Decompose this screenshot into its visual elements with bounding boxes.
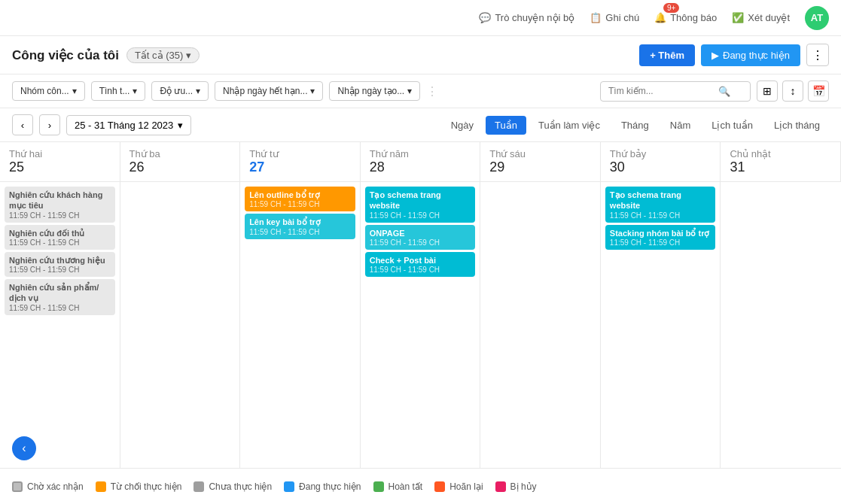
deadline-filter-label: Nhập ngày hết hạn... [223,86,307,96]
event-tao-schema-thu5[interactable]: Tạo schema trang website 11:59 CH - 11:5… [365,187,476,223]
day-num-tuesday: 26 [130,159,231,175]
day-name-wednesday: Thứ tư [249,148,351,159]
legend-dot-dang-thuc-hien [284,481,294,492]
day-num-monday: 25 [9,159,111,175]
event-nghien-cuu-thuong-hieu[interactable]: Nghiên cứu thương hiệu 11:59 CH - 11:59 … [5,252,115,277]
cell-wednesday: Lên outline bổ trợ 11:59 CH - 11:59 CH L… [240,182,361,504]
header-wednesday: Thứ tư 27 [240,142,361,181]
status-filter-label: Tình t... [99,86,130,96]
running-icon: ▶ [711,50,719,61]
prev-period-button[interactable]: ‹ [12,114,33,135]
event-len-outline-bo-tro[interactable]: Lên outline bổ trợ 11:59 CH - 11:59 CH [245,187,355,211]
tab-thang[interactable]: Tháng [612,116,658,135]
chat-label: Trò chuyện nội bộ [495,12,574,23]
day-name-friday: Thứ sáu [489,148,591,159]
cell-saturday: Tạo schema trang website 11:59 CH - 11:5… [601,182,721,504]
header-saturday: Thứ bảy 30 [601,142,721,181]
search-box: 🔍 [600,81,751,102]
notes-label: Ghi chú [605,12,639,23]
top-nav: 💬 Trò chuyện nội bộ 📋 Ghi chú 🔔 9+ Thông… [0,0,841,36]
calendar-nav: ‹ › 25 - 31 Tháng 12 2023 ▾ Ngày Tuần Tu… [0,108,841,142]
notes-nav-item[interactable]: 📋 Ghi chú [590,12,639,23]
event-nghien-cuu-khach-hang[interactable]: Nghiên cứu khách hàng mục tiêu 11:59 CH … [5,187,115,223]
day-name-saturday: Thứ bảy [610,148,711,159]
bell-icon: 🔔 [654,12,666,23]
created-filter-label: Nhập ngày tạo... [337,86,404,96]
search-icon: 🔍 [718,86,730,97]
created-filter[interactable]: Nhập ngày tạo... ▾ [329,81,420,101]
chevron-down-icon: ▾ [72,86,77,96]
tab-tuan-lam-viec[interactable]: Tuần làm việc [529,116,609,135]
legend-dot-hoan-tat [373,481,384,492]
legend-label-dang-thuc-hien: Đang thực hiện [299,481,361,492]
header-monday: Thứ hai 25 [0,142,120,181]
calendar-header-row: Thứ hai 25 Thứ ba 26 Thứ tư 27 Thứ năm 2… [0,142,841,182]
notifications-nav-item[interactable]: 🔔 9+ Thông báo [654,12,717,23]
page-title-area: Công việc của tôi Tất cả (35) ▾ [12,47,200,63]
calendar-grid: Thứ hai 25 Thứ ba 26 Thứ tư 27 Thứ năm 2… [0,142,841,504]
grid-view-button[interactable]: ⊞ [757,80,778,102]
notes-icon: 📋 [590,12,602,23]
chevron-down-icon: ▾ [178,120,183,131]
deadline-filter[interactable]: Nhập ngày hết hạn... ▾ [215,81,323,101]
tab-lich-thang[interactable]: Lịch tháng [765,116,829,135]
running-button[interactable]: ▶ Đang thực hiện [701,44,800,66]
add-button[interactable]: + Thêm [639,44,695,66]
chevron-down-icon: ▾ [310,86,315,96]
back-button[interactable]: ‹ [12,436,36,460]
footer-legend: Chờ xác nhận Từ chối thực hiện Chưa thực… [0,468,841,504]
chevron-down-icon: ▾ [196,86,200,96]
legend-chua-thuc-hien: Chưa thực hiện [193,481,272,492]
legend-dot-bi-huy [495,481,506,492]
user-avatar[interactable]: AT [805,6,829,30]
legend-dot-chua-thuc-hien [193,481,204,492]
tab-tuan[interactable]: Tuần [486,116,526,135]
day-name-sunday: Chủ nhật [730,148,831,159]
tab-ngay[interactable]: Ngày [442,116,483,135]
header-sunday: Chủ nhật 31 [721,142,841,181]
content-area: Công việc của tôi Tất cả (35) ▾ + Thêm ▶… [0,36,841,504]
calendar-body-row: Nghiên cứu khách hàng mục tiêu 11:59 CH … [0,182,841,504]
legend-label-tu-choi: Từ chối thực hiện [111,481,182,492]
cell-friday [480,182,601,504]
event-nghien-cuu-doi-thu[interactable]: Nghiên cứu đối thủ 11:59 CH - 11:59 CH [5,225,115,250]
main-header: Công việc của tôi Tất cả (35) ▾ + Thêm ▶… [0,36,841,74]
next-period-button[interactable]: › [39,114,60,135]
tab-lich-tuan[interactable]: Lịch tuần [702,116,762,135]
legend-hoan-lai: Hoãn lại [434,481,483,492]
date-range-button[interactable]: 25 - 31 Tháng 12 2023 ▾ [66,115,191,135]
calendar-view-button[interactable]: 📅 [808,80,829,102]
legend-label-hoan-tat: Hoàn tất [389,481,423,492]
review-nav-item[interactable]: ✅ Xét duyệt [732,12,790,23]
event-nghien-cuu-san-pham[interactable]: Nghiên cứu sản phẩm/ dịch vụ 11:59 CH - … [5,279,115,315]
search-input[interactable] [608,86,714,96]
priority-filter[interactable]: Độ ưu... ▾ [151,81,209,101]
event-check-post-bai[interactable]: Check + Post bài 11:59 CH - 11:59 CH [365,252,476,277]
legend-cho-xac-nhan: Chờ xác nhận [12,481,84,492]
day-num-friday: 29 [489,159,591,175]
event-tao-schema-thu7[interactable]: Tạo schema trang website 11:59 CH - 11:5… [605,187,716,223]
event-onpage[interactable]: ONPAGE 11:59 CH - 11:59 CH [365,225,476,250]
event-stacking-nhom-bai[interactable]: Stacking nhóm bài bổ trợ 11:59 CH - 11:5… [605,225,716,250]
day-num-wednesday: 27 [249,159,351,175]
legend-dot-hoan-lai [434,481,445,492]
group-filter[interactable]: Nhóm côn... ▾ [12,81,85,101]
status-filter[interactable]: Tình t... ▾ [91,81,146,101]
day-num-saturday: 30 [610,159,711,175]
sort-button[interactable]: ↕ [782,80,803,102]
event-len-key-bai-bo-tro[interactable]: Lên key bài bổ trợ 11:59 CH - 11:59 CH [245,214,355,238]
legend-tu-choi: Từ chối thực hiện [96,481,182,492]
chevron-down-icon: ▾ [407,86,412,96]
header-thursday: Thứ năm 28 [361,142,481,181]
filter-bar: Nhóm côn... ▾ Tình t... ▾ Độ ưu... ▾ Nhậ… [0,74,841,108]
legend-label-chua-thuc-hien: Chưa thực hiện [209,481,272,492]
notifications-label: Thông báo [670,12,717,23]
chat-nav-item[interactable]: 💬 Trò chuyện nội bộ [479,12,574,23]
chat-icon: 💬 [479,12,491,23]
more-button[interactable]: ⋮ [806,44,829,66]
task-count-button[interactable]: Tất cả (35) ▾ [126,47,200,63]
tab-nam[interactable]: Năm [661,116,699,135]
legend-label-bi-huy: Bị hủy [510,481,537,492]
legend-dot-cho-xac-nhan [12,481,23,492]
priority-filter-label: Độ ưu... [160,86,193,96]
